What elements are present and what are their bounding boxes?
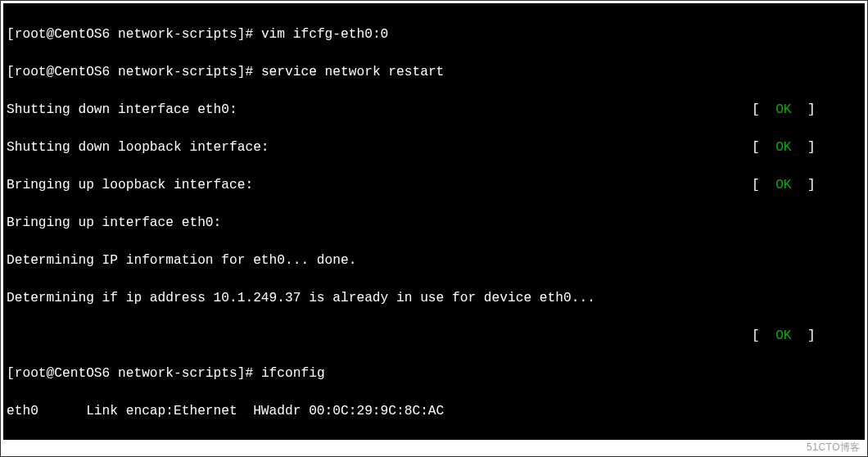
terminal-line: [root@CentOS6 network-scripts]# vim ifcf… [7, 25, 858, 44]
prompt-host: CentOS6 [54, 27, 110, 42]
iface-text: Link encap:Ethernet HWaddr 00:0C:29:9C:8… [38, 404, 460, 419]
terminal-line: Bringing up interface eth0: [7, 214, 858, 233]
terminal-line: Determining if ip address 10.1.249.37 is… [7, 289, 858, 308]
prompt-close: ] [237, 65, 246, 79]
prompt-at: @ [47, 27, 55, 42]
status-text: Bringing up loopback interface: [7, 176, 269, 195]
terminal-line: [root@CentOS6 network-scripts]# service … [7, 63, 858, 82]
prompt-cwd: network-scripts [118, 366, 237, 381]
prompt-close: ] [237, 27, 246, 42]
prompt-close: ] [237, 366, 246, 381]
command-text: ifconfig [261, 366, 325, 381]
bracket-right: ] [792, 140, 816, 155]
prompt-at: @ [47, 366, 55, 381]
fill [269, 176, 752, 195]
prompt-host: CentOS6 [54, 366, 110, 381]
prompt-user: root [15, 27, 47, 42]
status-text: Shutting down loopback interface: [7, 138, 285, 157]
ok-label: OK [775, 328, 791, 343]
prompt-symbol: # [245, 366, 253, 381]
prompt-open: [ [7, 27, 15, 42]
terminal-line: Shutting down loopback interface: [ OK ] [7, 138, 858, 157]
ok-label: OK [775, 178, 791, 192]
screenshot-frame: [root@CentOS6 network-scripts]# vim ifcf… [0, 0, 868, 457]
terminal-line: Shutting down interface eth0: [ OK ] [7, 101, 858, 120]
status-badge: [ OK ] [752, 138, 858, 157]
status-badge: [ OK ] [752, 101, 858, 120]
prompt-user: root [15, 366, 47, 381]
bracket-right: ] [792, 328, 816, 343]
status-text: Shutting down interface eth0: [7, 101, 253, 120]
prompt-open: [ [7, 366, 15, 381]
prompt-cwd: network-scripts [118, 65, 237, 79]
bracket-left: [ [752, 328, 775, 343]
terminal-line: Bringing up loopback interface: [ OK ] [7, 176, 858, 195]
bracket-left: [ [752, 102, 775, 117]
terminal-line: [ OK ] [7, 327, 858, 346]
prompt-cwd: network-scripts [118, 27, 237, 42]
fill [253, 101, 752, 120]
fill [285, 138, 752, 157]
bracket-right: ] [792, 178, 816, 192]
terminal-line: [root@CentOS6 network-scripts]# ifconfig [7, 364, 858, 383]
ok-label: OK [775, 102, 791, 117]
prompt-at: @ [47, 65, 55, 79]
command-text: service network restart [261, 65, 444, 79]
iface-name: eth0 [7, 404, 38, 419]
bracket-left: [ [752, 178, 775, 192]
prompt-symbol: # [245, 27, 253, 42]
ok-label: OK [775, 140, 791, 155]
terminal-line: Determining IP information for eth0... d… [7, 251, 858, 270]
command-text: vim ifcfg-eth0:0 [261, 27, 388, 42]
watermark-text: 51CTO博客 [807, 441, 861, 455]
bracket-left: [ [752, 140, 775, 155]
terminal-line: eth0 Link encap:Ethernet HWaddr 00:0C:29… [7, 402, 858, 421]
status-badge: [ OK ] [752, 176, 858, 195]
prompt-open: [ [7, 65, 15, 79]
prompt-symbol: # [245, 65, 253, 79]
terminal[interactable]: [root@CentOS6 network-scripts]# vim ifcf… [3, 3, 865, 440]
prompt-user: root [15, 65, 47, 79]
prompt-host: CentOS6 [54, 65, 110, 79]
status-badge: [ OK ] [752, 327, 858, 346]
bracket-right: ] [792, 102, 816, 117]
fill [7, 327, 752, 346]
